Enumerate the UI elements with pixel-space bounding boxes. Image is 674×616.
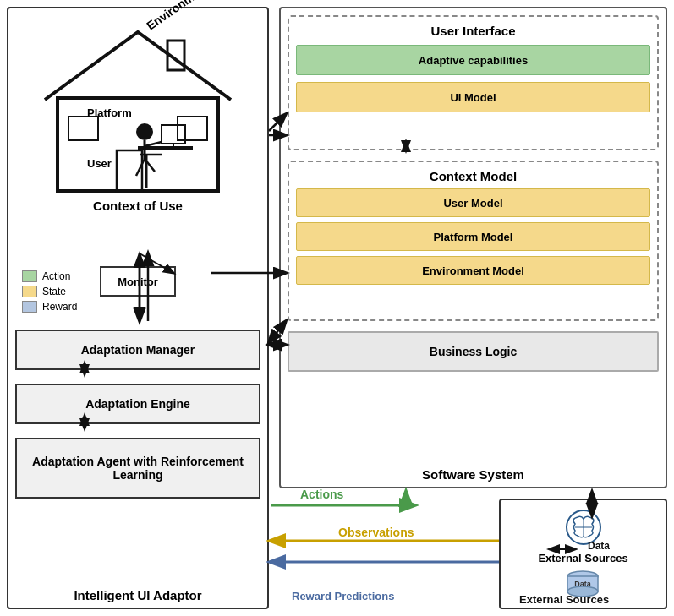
environment-model-label: Environment Model (422, 264, 524, 277)
monitor-box: Monitor (100, 266, 176, 297)
intelligent-ui-adaptor-label: Intelligent UI Adaptor (8, 588, 267, 602)
platform-model-label: Platform Model (434, 231, 513, 243)
legend-action: Action (22, 270, 77, 282)
action-legend-label: Action (42, 270, 70, 282)
ui-model-label: UI Model (450, 91, 496, 104)
main-container: Platform User Context of Use Environment… (0, 0, 674, 616)
external-sources-label: External Sources (538, 552, 627, 564)
monitor-label: Monitor (118, 275, 158, 288)
context-of-use-label: Context of Use (93, 199, 183, 213)
svg-text:Platform: Platform (87, 106, 132, 119)
house-svg: Platform User (36, 15, 239, 197)
user-interface-section: User Interface Adaptive capabilities UI … (288, 15, 659, 150)
svg-text:User: User (87, 157, 112, 170)
reward-legend-label: Reward (42, 301, 77, 313)
state-legend-label: State (42, 286, 66, 297)
adaptation-manager-label: Adaptation Manager (81, 343, 195, 357)
legend-state: State (22, 286, 77, 297)
business-logic-label: Business Logic (430, 345, 517, 358)
legend-reward: Reward (22, 301, 77, 313)
adaptation-engine-label: Adaptation Engine (85, 397, 190, 411)
external-sources-panel: External Sources Data (499, 499, 667, 609)
brain-icon (562, 509, 605, 547)
context-of-use: Platform User Context of Use (15, 15, 260, 260)
svg-text:Actions: Actions (300, 488, 344, 501)
context-model-section: Context Model User Model Platform Model … (288, 161, 659, 321)
action-legend-box (22, 270, 37, 282)
svg-text:Data: Data (574, 580, 592, 588)
svg-text:Observations: Observations (338, 526, 414, 539)
svg-line-13 (145, 142, 162, 146)
platform-model-box: Platform Model (296, 222, 650, 251)
adaptation-engine-box: Adaptation Engine (15, 384, 260, 424)
business-logic-box: Business Logic (288, 331, 659, 372)
reward-legend-box (22, 301, 37, 313)
adaptation-agent-box: Adaptation Agent with Reinforcement Lear… (15, 438, 260, 499)
environment-model-box: Environment Model (296, 256, 650, 285)
adaptive-capabilities-label: Adaptive capabilities (419, 54, 528, 67)
user-model-box: User Model (296, 188, 650, 217)
left-panel: Platform User Context of Use Environment… (7, 7, 269, 609)
svg-point-11 (136, 123, 153, 140)
svg-line-14 (136, 159, 145, 176)
data-cylinder-icon: Data (564, 570, 602, 599)
svg-rect-3 (68, 117, 98, 140)
adaptive-capabilities-box: Adaptive capabilities (296, 45, 650, 75)
svg-text:Reward Predictions: Reward Predictions (292, 590, 394, 602)
adaptation-manager-box: Adaptation Manager (15, 330, 260, 370)
state-legend-box (22, 286, 37, 297)
svg-rect-0 (58, 98, 218, 191)
user-interface-title: User Interface (296, 24, 650, 38)
ui-model-box: UI Model (296, 82, 650, 112)
right-panel: User Interface Adaptive capabilities UI … (279, 7, 667, 488)
context-model-title: Context Model (296, 169, 650, 183)
svg-rect-4 (178, 117, 207, 140)
user-model-label: User Model (443, 197, 502, 210)
adaptation-agent-label: Adaptation Agent with Reinforcement Lear… (20, 455, 255, 482)
software-system-label: Software System (281, 467, 666, 482)
legend: Action State Reward (22, 270, 77, 313)
